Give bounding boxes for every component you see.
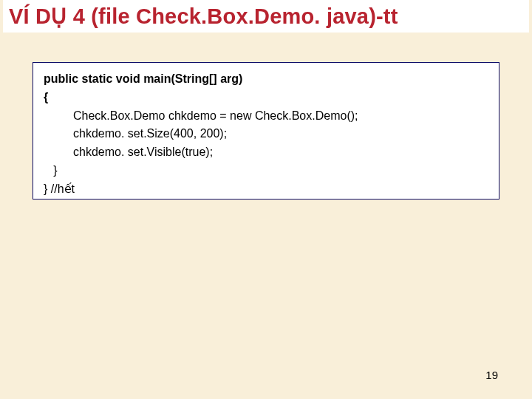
page-number: 19 bbox=[485, 369, 498, 381]
code-line: chkdemo. set.Visible(true); bbox=[44, 143, 488, 162]
code-block: public static void main(String[] arg) { … bbox=[33, 62, 499, 200]
title-bar: VÍ DỤ 4 (file Check.Box.Demo. java)-tt bbox=[3, 0, 529, 33]
code-line: } //hết bbox=[44, 180, 488, 199]
code-line: chkdemo. set.Size(400, 200); bbox=[44, 125, 488, 143]
code-line: Check.Box.Demo chkdemo = new Check.Box.D… bbox=[44, 107, 488, 126]
code-line: } bbox=[44, 162, 488, 180]
code-line: public static void main(String[] arg) bbox=[44, 70, 488, 89]
code-line: { bbox=[44, 89, 488, 107]
slide-title: VÍ DỤ 4 (file Check.Box.Demo. java)-tt bbox=[9, 4, 398, 29]
